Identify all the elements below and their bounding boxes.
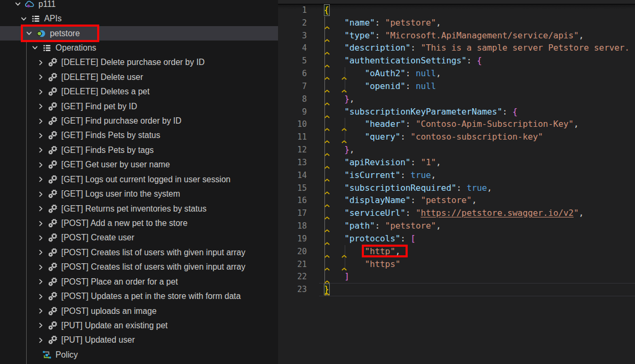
annotation-red-box-http bbox=[362, 245, 408, 257]
chevron-down-icon[interactable] bbox=[15, 1, 21, 7]
token-key: "path" bbox=[344, 221, 375, 231]
code-line-21[interactable]: 21 "https" bbox=[278, 258, 635, 271]
token-kw: true bbox=[410, 170, 431, 180]
tree-item-get-finds-pets-by-status[interactable]: [GET] Finds Pets by status bbox=[0, 128, 278, 143]
chevron-down-icon[interactable] bbox=[32, 45, 38, 51]
chevron-right-icon[interactable] bbox=[38, 133, 44, 139]
tree-item-put-updated-user[interactable]: [PUT] Updated user bbox=[0, 333, 278, 347]
code-line-19[interactable]: 19 "protocols": [ bbox=[278, 232, 635, 245]
token-pun: , bbox=[487, 183, 493, 193]
tree-item-policy[interactable]: Policy bbox=[0, 347, 278, 362]
token-key: "openid" bbox=[364, 81, 405, 91]
code-line-18[interactable]: 18 "path": "petstore", bbox=[278, 220, 635, 232]
tree-item-put-update-an-existing-pet[interactable]: [PUT] Update an existing pet bbox=[0, 318, 278, 333]
tree-item-operations[interactable]: Operations bbox=[0, 41, 278, 55]
code-line-10[interactable]: 10 "header": "Contoso-Apim-Subscription-… bbox=[278, 118, 635, 131]
operation-icon bbox=[48, 58, 58, 67]
chevron-right-icon[interactable] bbox=[38, 118, 44, 124]
token-b2: } bbox=[344, 94, 350, 104]
line-number: 22 bbox=[278, 270, 307, 283]
token-pun: , bbox=[436, 157, 441, 167]
tree-item-post-create-user[interactable]: [POST] Create user bbox=[0, 231, 278, 245]
tree-item-get-finds-pets-by-tags[interactable]: [GET] Finds Pets by tags bbox=[0, 143, 278, 157]
tree-item-label: Operations bbox=[55, 43, 96, 53]
code-text: "displayName": "petstore", bbox=[324, 194, 477, 207]
code-line-9[interactable]: 9 "subscriptionKeyParameterNames": { bbox=[278, 106, 635, 118]
code-line-17[interactable]: 17 "serviceUrl": "https://petstore.swagg… bbox=[278, 207, 635, 220]
line-number: 3 bbox=[278, 29, 307, 42]
tree-item-delete-delete-purchase-order-by-id[interactable]: [DELETE] Delete purchase order by ID bbox=[0, 55, 278, 70]
chevron-right-icon[interactable] bbox=[38, 74, 44, 80]
token-pun: , bbox=[350, 94, 355, 104]
code-line-13[interactable]: 13 "apiRevision": "1", bbox=[278, 156, 635, 169]
code-line-23[interactable]: 23} bbox=[278, 283, 635, 296]
tree-item-post-creates-list-of-users-with-given-input-array[interactable]: [POST] Creates list of users with given … bbox=[0, 245, 278, 260]
tree-item-get-find-purchase-order-by-id[interactable]: [GET] Find purchase order by ID bbox=[0, 114, 278, 128]
code-line-20[interactable]: 20 "http", bbox=[278, 245, 635, 258]
chevron-down-icon[interactable] bbox=[21, 16, 27, 22]
json-editor[interactable]: 1{2 "name": "petstore",3 "type": "Micros… bbox=[278, 0, 635, 364]
chevron-right-icon[interactable] bbox=[38, 191, 44, 197]
token-str: "1" bbox=[420, 157, 436, 167]
chevron-right-icon[interactable] bbox=[38, 147, 44, 153]
code-text: "protocols": [ bbox=[324, 232, 416, 245]
chevron-right-icon[interactable] bbox=[38, 176, 44, 182]
chevron-right-icon[interactable] bbox=[38, 103, 44, 109]
code-line-8[interactable]: 8 }, bbox=[278, 93, 635, 106]
chevron-right-icon[interactable] bbox=[38, 89, 44, 95]
code-line-22[interactable]: 22 ] bbox=[278, 270, 635, 283]
chevron-right-icon[interactable] bbox=[38, 322, 44, 328]
token-b2: ] bbox=[344, 271, 350, 281]
tree-item-post-updates-a-pet-in-the-store-with-form-data[interactable]: [POST] Updates a pet in the store with f… bbox=[0, 289, 278, 303]
token-key: "authenticationSettings" bbox=[344, 55, 466, 66]
chevron-right-icon[interactable] bbox=[38, 279, 44, 285]
token-pun: : bbox=[406, 81, 416, 91]
code-line-5[interactable]: 5 "authenticationSettings": { bbox=[278, 54, 635, 67]
chevron-right-icon[interactable] bbox=[38, 235, 44, 241]
tree-item-get-logs-out-current-logged-in-user-session[interactable]: [GET] Logs out current logged in user se… bbox=[0, 172, 278, 187]
chevron-right-icon[interactable] bbox=[38, 221, 44, 227]
tree-item-get-returns-pet-inventories-by-status[interactable]: [GET] Returns pet inventories by status bbox=[0, 201, 278, 216]
code-line-16[interactable]: 16 "displayName": "petstore", bbox=[278, 194, 635, 207]
chevron-none[interactable] bbox=[32, 352, 38, 358]
code-line-2[interactable]: 2 "name": "petstore", bbox=[278, 17, 635, 29]
token-pun: , bbox=[436, 68, 441, 78]
chevron-right-icon[interactable] bbox=[38, 264, 44, 270]
code-line-7[interactable]: 7 "openid": null bbox=[278, 80, 635, 93]
tree-item-post-creates-list-of-users-with-given-input-array[interactable]: [POST] Creates list of users with given … bbox=[0, 260, 278, 274]
operation-icon bbox=[48, 72, 58, 82]
code-text: "description": "This is a sample server … bbox=[324, 42, 630, 54]
tree-item-get-find-pet-by-id[interactable]: [GET] Find pet by ID bbox=[0, 99, 278, 114]
chevron-right-icon[interactable] bbox=[38, 60, 44, 66]
code-line-4[interactable]: 4 "description": "This is a sample serve… bbox=[278, 42, 635, 54]
code-line-15[interactable]: 15 "subscriptionRequired": true, bbox=[278, 182, 635, 195]
chevron-right-icon[interactable] bbox=[38, 206, 44, 212]
line-number: 7 bbox=[278, 80, 307, 93]
operation-icon bbox=[48, 219, 58, 228]
chevron-right-icon[interactable] bbox=[38, 249, 44, 255]
tree-item-post-add-a-new-pet-to-the-store[interactable]: [POST] Add a new pet to the store bbox=[0, 216, 278, 230]
code-line-11[interactable]: 11 "query": "contoso-subscription-key" bbox=[278, 131, 635, 143]
code-line-14[interactable]: 14 "isCurrent": true, bbox=[278, 169, 635, 182]
token-str: "This is a sample server Petstore server… bbox=[420, 43, 629, 53]
code-line-12[interactable]: 12 }, bbox=[278, 143, 635, 156]
code-line-6[interactable]: 6 "oAuth2": null, bbox=[278, 67, 635, 80]
code-line-3[interactable]: 3 "type": "Microsoft.ApiManagement/servi… bbox=[278, 29, 635, 42]
chevron-right-icon[interactable] bbox=[38, 294, 44, 300]
tree-item-p111[interactable]: p111 bbox=[0, 0, 278, 11]
operation-icon bbox=[48, 306, 58, 316]
tree-item-post-uploads-an-image[interactable]: [POST] uploads an image bbox=[0, 304, 278, 318]
tree-item-label: [GET] Logs user into the system bbox=[61, 189, 180, 199]
token-pun: : bbox=[406, 208, 416, 218]
chevron-right-icon[interactable] bbox=[38, 337, 44, 343]
chevron-right-icon[interactable] bbox=[38, 308, 44, 314]
vscode-window: p111 APIs petstore Operations [DELETE] D… bbox=[0, 0, 635, 364]
tree-item-get-logs-user-into-the-system[interactable]: [GET] Logs user into the system bbox=[0, 187, 278, 201]
code-line-1[interactable]: 1{ bbox=[278, 4, 635, 17]
tree-item-get-get-user-by-user-name[interactable]: [GET] Get user by user name bbox=[0, 158, 278, 172]
tree-item-label: [POST] Updates a pet in the store with f… bbox=[61, 292, 241, 301]
tree-item-delete-delete-user[interactable]: [DELETE] Delete user bbox=[0, 70, 278, 84]
tree-item-post-place-an-order-for-a-pet[interactable]: [POST] Place an order for a pet bbox=[0, 274, 278, 289]
tree-item-delete-deletes-a-pet[interactable]: [DELETE] Deletes a pet bbox=[0, 85, 278, 99]
chevron-right-icon[interactable] bbox=[38, 162, 44, 168]
